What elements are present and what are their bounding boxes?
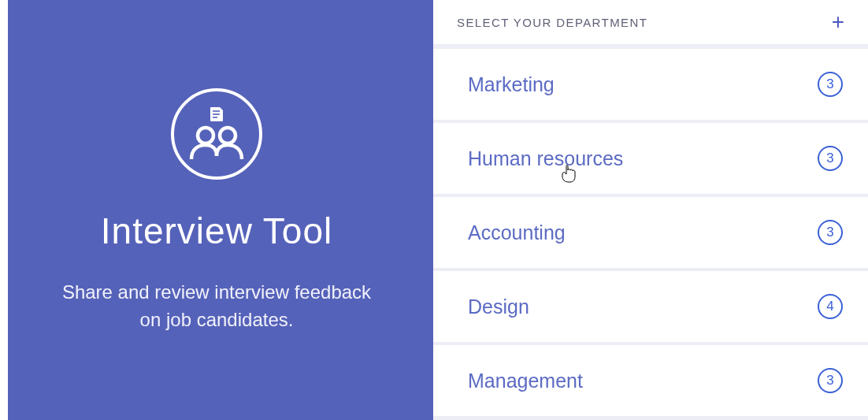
department-name: Management — [468, 370, 583, 392]
count-badge: 3 — [818, 220, 843, 245]
department-list: Marketing 3 Human resources 3 Accounting… — [433, 44, 868, 420]
app-subtitle: Share and review interview feedback on j… — [59, 279, 374, 334]
department-item-accounting[interactable]: Accounting 3 — [433, 197, 868, 268]
department-item-management[interactable]: Management 3 — [433, 345, 868, 416]
svg-point-5 — [198, 128, 213, 143]
count-badge: 3 — [818, 72, 843, 97]
department-name: Human resources — [468, 147, 623, 170]
department-panel: SELECT YOUR DEPARTMENT + Marketing 3 Hum… — [433, 0, 868, 420]
count-badge: 3 — [818, 146, 843, 171]
plus-icon: + — [832, 9, 844, 34]
add-department-button[interactable]: + — [832, 11, 844, 33]
count-badge: 4 — [818, 294, 843, 319]
department-name: Design — [468, 295, 529, 318]
department-name: Marketing — [468, 73, 555, 96]
department-item-design[interactable]: Design 4 — [433, 271, 868, 342]
svg-point-0 — [172, 90, 261, 178]
app-root: Interview Tool Share and review intervie… — [0, 0, 868, 420]
app-title: Interview Tool — [101, 210, 332, 252]
panel-header: SELECT YOUR DEPARTMENT + — [433, 0, 868, 44]
department-item-human-resources[interactable]: Human resources 3 — [433, 123, 868, 194]
count-badge: 3 — [818, 368, 843, 393]
svg-point-6 — [220, 128, 236, 143]
department-item-marketing[interactable]: Marketing 3 — [433, 49, 868, 120]
interview-people-icon — [169, 87, 264, 184]
panel-header-label: SELECT YOUR DEPARTMENT — [457, 16, 647, 29]
intro-panel: Interview Tool Share and review intervie… — [0, 0, 433, 420]
department-name: Accounting — [468, 221, 566, 244]
